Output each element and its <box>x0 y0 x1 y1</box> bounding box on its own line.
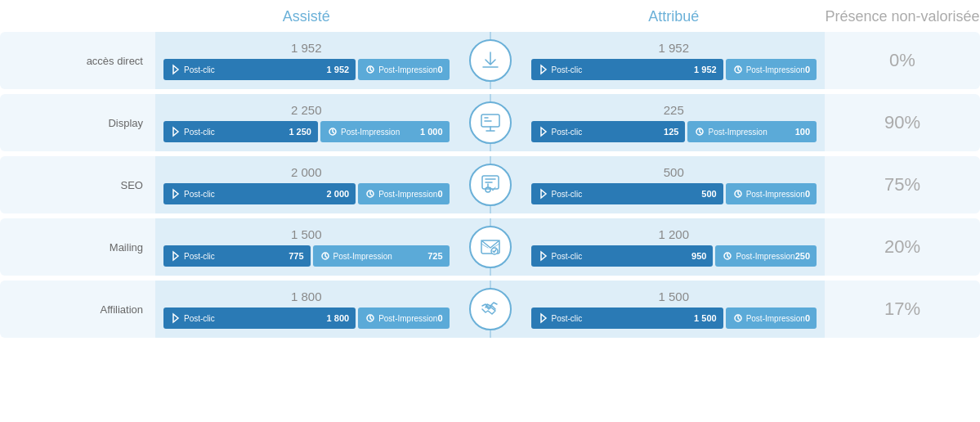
bar-segment: Post-clic 950 <box>531 245 714 267</box>
row-attrib: 1 952 Post-clic 1 952 Post-Impression 0 <box>523 32 826 89</box>
row-label: Display <box>0 94 155 151</box>
attrib-total: 1 952 <box>658 41 689 55</box>
attrib-bar: Post-clic 950 Post-Impression 250 <box>531 245 817 267</box>
bar-segment: Post-Impression 0 <box>358 308 449 329</box>
svg-point-7 <box>486 187 490 192</box>
row-assiste: 1 500 Post-clic 775 Post-Impression 725 <box>155 218 458 276</box>
attrib-total: 1 500 <box>658 290 689 303</box>
data-row: Display 2 250 Post-clic 1 250 Post-Impre… <box>0 94 980 151</box>
bar-segment: Post-clic 1 500 <box>531 308 723 329</box>
attrib-bar: Post-clic 125 Post-Impression 100 <box>531 121 817 142</box>
data-row: SEO 2 000 Post-clic 2 000 Post-Impressio… <box>0 156 980 213</box>
attrib-total: 1 200 <box>658 227 689 241</box>
row-assiste: 2 000 Post-clic 2 000 Post-Impression 0 <box>155 156 458 213</box>
row-label: Mailing <box>0 218 155 276</box>
bar-segment: Post-Impression 250 <box>715 245 817 267</box>
row-attrib: 1 200 Post-clic 950 Post-Impression 250 <box>523 218 826 276</box>
row-presence: 20% <box>825 218 980 276</box>
row-center-icon <box>458 94 523 151</box>
attrib-bar: Post-clic 1 500 Post-Impression 0 <box>531 308 817 329</box>
assiste-bar: Post-clic 1 250 Post-Impression 1 000 <box>163 121 450 142</box>
channel-icon-circle <box>469 101 512 144</box>
attrib-total: 225 <box>664 103 684 117</box>
header-presence: Présence non-valorisée <box>825 8 980 25</box>
row-center-icon <box>458 218 523 276</box>
attrib-total: 500 <box>664 165 684 179</box>
assiste-total: 1 952 <box>291 41 322 55</box>
row-assiste: 1 800 Post-clic 1 800 Post-Impression 0 <box>155 281 458 338</box>
row-label: Affiliation <box>0 281 155 338</box>
row-assiste: 2 250 Post-clic 1 250 Post-Impression 1 … <box>155 94 458 151</box>
assiste-bar: Post-clic 2 000 Post-Impression 0 <box>163 183 450 204</box>
assiste-bar: Post-clic 775 Post-Impression 725 <box>163 245 450 267</box>
bar-segment: Post-clic 1 952 <box>163 59 356 80</box>
channel-icon-circle <box>469 39 512 82</box>
channel-icon-circle <box>469 288 512 330</box>
bar-segment: Post-clic 1 250 <box>163 121 318 142</box>
row-presence: 75% <box>825 156 980 213</box>
header-attribue: Attribué <box>523 8 826 25</box>
header-assiste: Assisté <box>155 8 458 25</box>
data-row: accès direct 1 952 Post-clic 1 952 Post-… <box>0 32 980 89</box>
attrib-bar: Post-clic 500 Post-Impression 0 <box>531 183 817 204</box>
assiste-bar: Post-clic 1 952 Post-Impression 0 <box>163 59 450 80</box>
data-row: Mailing 1 500 Post-clic 775 Post-Impress… <box>0 218 980 276</box>
data-row: Affiliation 1 800 Post-clic 1 800 Post-I… <box>0 281 980 338</box>
row-attrib: 1 500 Post-clic 1 500 Post-Impression 0 <box>523 281 826 338</box>
attrib-bar: Post-clic 1 952 Post-Impression 0 <box>531 59 817 80</box>
bar-segment: Post-clic 1 800 <box>163 308 356 329</box>
row-presence: 17% <box>825 281 980 338</box>
row-center-icon <box>458 156 523 213</box>
bar-segment: Post-clic 2 000 <box>163 183 356 204</box>
main-container: Assisté Attribué Présence non-valorisée … <box>0 0 980 351</box>
bar-segment: Post-Impression 0 <box>358 183 449 204</box>
row-assiste: 1 952 Post-clic 1 952 Post-Impression 0 <box>155 32 458 89</box>
row-label: SEO <box>0 156 155 213</box>
bar-segment: Post-Impression 0 <box>358 59 449 80</box>
row-center-icon <box>458 281 523 338</box>
bar-segment: Post-Impression 725 <box>313 245 450 267</box>
bar-segment: Post-clic 1 952 <box>531 59 723 80</box>
bar-segment: Post-Impression 1 000 <box>320 121 450 142</box>
row-attrib: 500 Post-clic 500 Post-Impression 0 <box>523 156 826 213</box>
assiste-total: 2 000 <box>291 165 322 179</box>
header-row: Assisté Attribué Présence non-valorisée <box>0 8 980 25</box>
row-attrib: 225 Post-clic 125 Post-Impression 100 <box>523 94 826 151</box>
bar-segment: Post-Impression 0 <box>726 308 817 329</box>
bar-segment: Post-Impression 100 <box>687 121 817 142</box>
channel-icon-circle <box>469 226 512 268</box>
assiste-total: 1 800 <box>291 290 322 303</box>
bar-segment: Post-clic 775 <box>163 245 311 267</box>
assiste-bar: Post-clic 1 800 Post-Impression 0 <box>163 308 450 329</box>
assiste-total: 2 250 <box>291 103 322 117</box>
bar-segment: Post-clic 500 <box>531 183 723 204</box>
channel-icon-circle <box>469 164 512 206</box>
row-presence: 0% <box>825 32 980 89</box>
row-label: accès direct <box>0 32 155 89</box>
assiste-total: 1 500 <box>291 227 322 241</box>
bar-segment: Post-clic 125 <box>531 121 686 142</box>
bar-segment: Post-Impression 0 <box>726 183 817 204</box>
rows-container: accès direct 1 952 Post-clic 1 952 Post-… <box>0 32 980 338</box>
row-presence: 90% <box>825 94 980 151</box>
bar-segment: Post-Impression 0 <box>726 59 817 80</box>
row-center-icon <box>458 32 523 89</box>
